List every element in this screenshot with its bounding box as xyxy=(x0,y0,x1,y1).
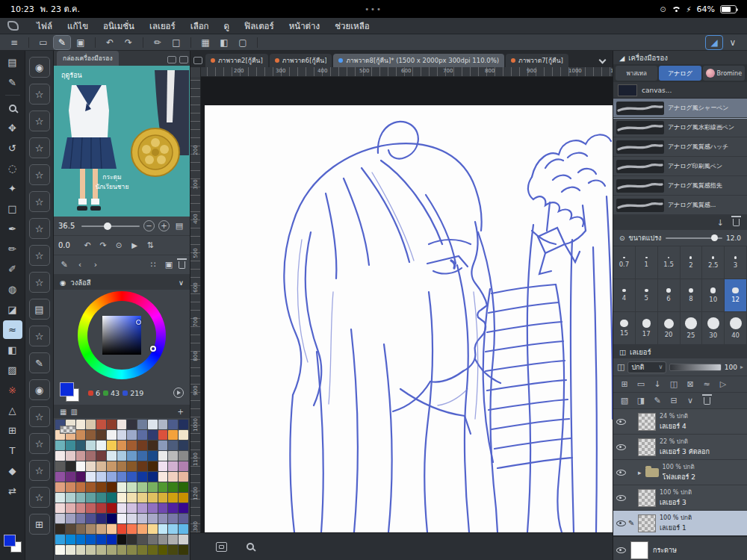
palette-swatch[interactable] xyxy=(76,472,86,482)
blend-tool[interactable]: ≈ xyxy=(3,320,22,339)
foreground-color-swatch[interactable] xyxy=(60,382,74,396)
palette-swatch[interactable] xyxy=(148,420,158,429)
palette-swatch[interactable] xyxy=(117,461,127,471)
palette-swatch[interactable] xyxy=(55,503,65,513)
palette-swatch[interactable] xyxy=(179,514,188,523)
palette-swatch[interactable] xyxy=(179,503,188,513)
palette-swatch[interactable] xyxy=(168,482,178,492)
palette-swatch[interactable] xyxy=(117,514,127,523)
subtool-group-tab[interactable]: アナログ xyxy=(659,66,701,81)
collapse-icon[interactable]: ∨ xyxy=(179,279,184,287)
palette-swatch[interactable] xyxy=(55,493,65,503)
rotate-left-icon[interactable]: ↶ xyxy=(81,240,93,250)
palette-swatch[interactable] xyxy=(168,430,178,440)
palette-swatch[interactable] xyxy=(158,441,168,450)
grid-icon[interactable]: ▦ xyxy=(197,36,214,49)
layer-row[interactable]: 22 % ปกติเลเยอร์ 3 คัดลอก xyxy=(613,435,747,460)
palette-swatch[interactable] xyxy=(55,461,65,471)
palette-swatch[interactable] xyxy=(76,535,86,544)
palette-swatch[interactable] xyxy=(168,503,178,513)
undo-icon[interactable]: ↶ xyxy=(102,36,118,49)
palette-swatch[interactable] xyxy=(168,493,178,503)
decoration-tool[interactable]: ※ xyxy=(3,381,22,399)
prev-icon[interactable]: ‹ xyxy=(74,260,86,270)
brush-size-preset[interactable]: 1.5 xyxy=(658,246,681,279)
palette-swatch[interactable] xyxy=(76,503,86,513)
palette-swatch[interactable] xyxy=(66,441,75,450)
brush-item[interactable]: アナログ風水彩線画ペン xyxy=(613,118,747,137)
palette-swatch[interactable] xyxy=(55,451,65,461)
palette-swatch[interactable] xyxy=(127,503,137,513)
palette-swatch[interactable] xyxy=(117,430,127,440)
layer-action-icon[interactable]: ▷ xyxy=(716,378,731,391)
palette-swatch[interactable] xyxy=(127,493,137,503)
subtool-slot[interactable]: ◉ xyxy=(29,57,50,78)
palette-swatch[interactable] xyxy=(66,493,75,503)
palette-swatch[interactable] xyxy=(66,461,75,471)
palette-swatch[interactable] xyxy=(117,535,127,544)
eraser-tool[interactable]: ◪ xyxy=(3,300,22,319)
palette-swatch[interactable] xyxy=(76,430,86,440)
palette-swatch[interactable] xyxy=(66,482,75,492)
tab-list-icon[interactable] xyxy=(193,57,202,64)
palette-swatch[interactable] xyxy=(148,514,158,523)
redo-icon[interactable]: ↷ xyxy=(120,36,137,49)
palette-swatch[interactable] xyxy=(148,503,158,513)
palette-swatch[interactable] xyxy=(158,545,168,555)
color-set-icon[interactable]: ▦ xyxy=(60,408,66,416)
sv-indicator-icon[interactable] xyxy=(136,320,141,325)
palette-swatch[interactable] xyxy=(76,514,86,523)
palette-swatch[interactable] xyxy=(107,420,117,429)
palette-swatch[interactable] xyxy=(127,430,137,440)
palette-swatch[interactable] xyxy=(179,441,188,450)
subtool-slot[interactable]: ☆ xyxy=(29,433,50,454)
brush-size-preset[interactable]: 20 xyxy=(658,312,681,345)
color-history-icon[interactable] xyxy=(173,388,184,398)
palette-swatch[interactable] xyxy=(96,441,106,450)
brush-size-preset[interactable]: 40 xyxy=(725,312,747,345)
palette-swatch[interactable] xyxy=(158,482,168,492)
palette-swatch[interactable] xyxy=(117,441,127,450)
palette-swatch[interactable] xyxy=(66,545,75,555)
size-increase-button[interactable]: + xyxy=(158,220,170,231)
zoom-tool[interactable] xyxy=(3,99,22,117)
palette-swatch[interactable] xyxy=(179,493,188,503)
palette-swatch[interactable] xyxy=(179,451,188,461)
palette-swatch[interactable] xyxy=(96,451,106,461)
line-correction-icon[interactable]: ◢ xyxy=(706,36,722,49)
palette-swatch[interactable] xyxy=(86,430,96,440)
palette-swatch[interactable] xyxy=(107,535,117,544)
subtool-slot[interactable]: ☆ xyxy=(29,164,50,185)
folder-expand-icon[interactable]: ▸ xyxy=(638,469,642,476)
drawing-canvas[interactable] xyxy=(205,105,613,532)
palette-swatch[interactable] xyxy=(137,545,147,555)
brush-size-preset[interactable]: 6 xyxy=(658,279,681,312)
airbrush-tool[interactable]: ◍ xyxy=(3,280,22,299)
color-set-icon-2[interactable]: ▥ xyxy=(70,408,77,416)
menu-item[interactable]: แก้ไข xyxy=(60,19,96,33)
subtool-slot[interactable]: ☆ xyxy=(29,487,50,508)
palette-swatch[interactable] xyxy=(127,461,137,471)
palette-swatch[interactable] xyxy=(148,524,158,534)
panel-menu-icon[interactable]: ▤ xyxy=(3,53,22,72)
palette-swatch[interactable] xyxy=(158,472,168,482)
brush-size-preset[interactable]: 15 xyxy=(613,312,636,345)
palette-swatch[interactable] xyxy=(117,472,127,482)
palette-swatch[interactable] xyxy=(148,535,158,544)
palette-swatch[interactable] xyxy=(86,472,96,482)
reference-image[interactable]: ฤดูร้อน กระดุม นักเรียนชาย xyxy=(54,66,190,217)
visibility-eye-icon[interactable] xyxy=(616,419,626,425)
fill-tool[interactable]: ◧ xyxy=(3,340,22,359)
flip-vertical-icon[interactable]: ⇅ xyxy=(144,240,156,250)
hand-tool[interactable]: ✥ xyxy=(3,119,22,137)
menu-item[interactable]: อนิเมชั่น xyxy=(96,19,142,33)
layer-action-icon[interactable]: ≈ xyxy=(699,378,714,391)
brush-quick-icon[interactable]: ✏ xyxy=(149,36,166,49)
palette-swatch[interactable] xyxy=(168,472,178,482)
visibility-eye-icon[interactable] xyxy=(616,495,626,501)
layer-action-icon[interactable]: ▭ xyxy=(633,378,648,391)
marquee-tool[interactable]: □ xyxy=(3,199,22,218)
menu-item[interactable]: ดู xyxy=(217,19,237,33)
palette-swatch[interactable] xyxy=(107,514,117,523)
palette-swatch[interactable] xyxy=(117,482,127,492)
